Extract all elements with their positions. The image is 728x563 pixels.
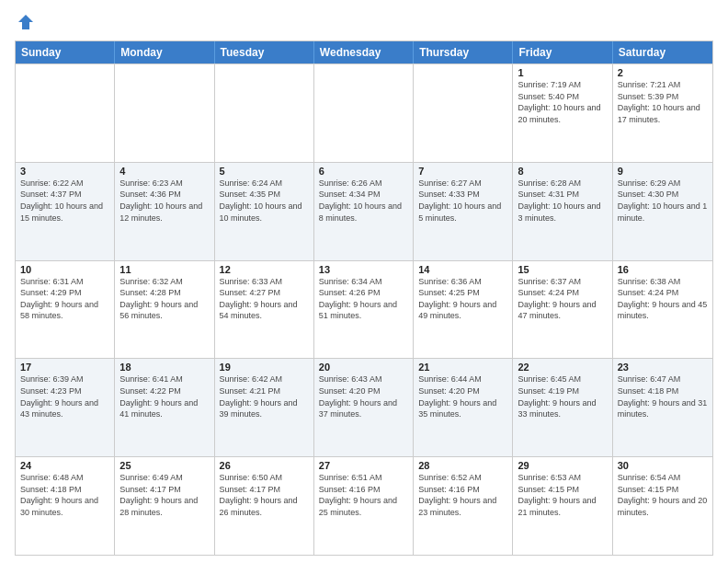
day-number: 17 [20, 362, 109, 373]
day-number: 7 [418, 166, 507, 177]
cell-info: Sunrise: 6:52 AM Sunset: 4:16 PM Dayligh… [418, 472, 507, 518]
cell-info: Sunrise: 6:26 AM Sunset: 4:34 PM Dayligh… [319, 178, 408, 224]
calendar-row-3: 17Sunrise: 6:39 AM Sunset: 4:23 PM Dayli… [16, 358, 712, 456]
calendar-cell: 13Sunrise: 6:34 AM Sunset: 4:26 PM Dayli… [314, 261, 414, 359]
cell-info: Sunrise: 6:34 AM Sunset: 4:26 PM Dayligh… [319, 276, 408, 322]
calendar-row-2: 10Sunrise: 6:31 AM Sunset: 4:29 PM Dayli… [16, 260, 712, 359]
day-number: 5 [220, 166, 309, 177]
calendar-header: SundayMondayTuesdayWednesdayThursdayFrid… [16, 41, 712, 63]
calendar-cell: 18Sunrise: 6:41 AM Sunset: 4:22 PM Dayli… [115, 359, 214, 456]
day-number: 14 [418, 264, 507, 275]
day-number: 24 [20, 460, 109, 471]
calendar-cell: 10Sunrise: 6:31 AM Sunset: 4:29 PM Dayli… [16, 261, 115, 359]
calendar-cell: 27Sunrise: 6:51 AM Sunset: 4:16 PM Dayli… [314, 457, 414, 555]
calendar-cell: 15Sunrise: 6:37 AM Sunset: 4:24 PM Dayli… [513, 261, 612, 359]
day-number: 10 [20, 264, 109, 275]
cell-info: Sunrise: 6:43 AM Sunset: 4:20 PM Dayligh… [319, 373, 408, 419]
calendar-body: 1Sunrise: 7:19 AM Sunset: 5:40 PM Daylig… [16, 63, 712, 555]
cell-info: Sunrise: 6:36 AM Sunset: 4:25 PM Dayligh… [418, 276, 507, 322]
cell-info: Sunrise: 7:19 AM Sunset: 5:40 PM Dayligh… [518, 79, 607, 125]
calendar-cell: 11Sunrise: 6:32 AM Sunset: 4:28 PM Dayli… [115, 261, 214, 359]
calendar: SundayMondayTuesdayWednesdayThursdayFrid… [15, 40, 713, 556]
cell-info: Sunrise: 6:50 AM Sunset: 4:17 PM Dayligh… [220, 472, 309, 518]
cell-info: Sunrise: 6:41 AM Sunset: 4:22 PM Dayligh… [119, 373, 209, 419]
header-cell-sunday: Sunday [16, 41, 115, 63]
day-number: 18 [119, 362, 209, 373]
cell-info: Sunrise: 6:37 AM Sunset: 4:24 PM Dayligh… [518, 276, 607, 322]
day-number: 26 [220, 460, 309, 471]
cell-info: Sunrise: 6:24 AM Sunset: 4:35 PM Dayligh… [220, 178, 309, 224]
cell-info: Sunrise: 6:31 AM Sunset: 4:29 PM Dayligh… [20, 276, 109, 322]
calendar-cell: 23Sunrise: 6:47 AM Sunset: 4:18 PM Dayli… [613, 359, 712, 456]
cell-info: Sunrise: 6:42 AM Sunset: 4:21 PM Dayligh… [220, 373, 309, 419]
cell-info: Sunrise: 6:54 AM Sunset: 4:15 PM Dayligh… [618, 472, 708, 518]
calendar-cell: 3Sunrise: 6:22 AM Sunset: 4:37 PM Daylig… [16, 163, 115, 260]
calendar-row-4: 24Sunrise: 6:48 AM Sunset: 4:18 PM Dayli… [16, 456, 712, 555]
cell-info: Sunrise: 6:51 AM Sunset: 4:16 PM Dayligh… [319, 472, 408, 518]
cell-info: Sunrise: 6:49 AM Sunset: 4:17 PM Dayligh… [119, 472, 209, 518]
cell-info: Sunrise: 6:28 AM Sunset: 4:31 PM Dayligh… [518, 178, 607, 224]
cell-info: Sunrise: 6:22 AM Sunset: 4:37 PM Dayligh… [20, 178, 109, 224]
day-number: 28 [418, 460, 507, 471]
day-number: 13 [319, 264, 408, 275]
calendar-cell [16, 64, 115, 162]
day-number: 11 [119, 264, 209, 275]
calendar-cell: 29Sunrise: 6:53 AM Sunset: 4:15 PM Dayli… [513, 457, 612, 555]
calendar-cell: 26Sunrise: 6:50 AM Sunset: 4:17 PM Dayli… [215, 457, 314, 555]
day-number: 12 [220, 264, 309, 275]
calendar-cell: 17Sunrise: 6:39 AM Sunset: 4:23 PM Dayli… [16, 359, 115, 456]
cell-info: Sunrise: 6:32 AM Sunset: 4:28 PM Dayligh… [119, 276, 209, 322]
day-number: 22 [518, 362, 607, 373]
day-number: 8 [518, 166, 607, 177]
day-number: 23 [618, 362, 708, 373]
day-number: 1 [518, 67, 607, 78]
header-cell-friday: Friday [513, 41, 612, 63]
day-number: 9 [618, 166, 708, 177]
calendar-row-0: 1Sunrise: 7:19 AM Sunset: 5:40 PM Daylig… [16, 63, 712, 162]
calendar-cell: 1Sunrise: 7:19 AM Sunset: 5:40 PM Daylig… [513, 64, 612, 162]
calendar-cell: 7Sunrise: 6:27 AM Sunset: 4:33 PM Daylig… [414, 163, 513, 260]
cell-info: Sunrise: 6:29 AM Sunset: 4:30 PM Dayligh… [618, 178, 708, 224]
logo-icon [17, 13, 35, 31]
cell-info: Sunrise: 7:21 AM Sunset: 5:39 PM Dayligh… [618, 79, 708, 125]
cell-info: Sunrise: 6:27 AM Sunset: 4:33 PM Dayligh… [418, 178, 507, 224]
cell-info: Sunrise: 6:48 AM Sunset: 4:18 PM Dayligh… [20, 472, 109, 518]
day-number: 21 [418, 362, 507, 373]
logo [15, 15, 35, 33]
calendar-cell: 20Sunrise: 6:43 AM Sunset: 4:20 PM Dayli… [314, 359, 414, 456]
calendar-row-1: 3Sunrise: 6:22 AM Sunset: 4:37 PM Daylig… [16, 162, 712, 260]
calendar-cell: 24Sunrise: 6:48 AM Sunset: 4:18 PM Dayli… [16, 457, 115, 555]
header [15, 11, 713, 33]
day-number: 25 [119, 460, 209, 471]
calendar-cell [414, 64, 513, 162]
calendar-cell: 14Sunrise: 6:36 AM Sunset: 4:25 PM Dayli… [414, 261, 513, 359]
header-cell-saturday: Saturday [613, 41, 712, 63]
svg-marker-0 [18, 15, 33, 29]
calendar-cell: 22Sunrise: 6:45 AM Sunset: 4:19 PM Dayli… [513, 359, 612, 456]
day-number: 16 [618, 264, 708, 275]
day-number: 4 [119, 166, 209, 177]
header-cell-thursday: Thursday [414, 41, 513, 63]
calendar-cell [215, 64, 314, 162]
day-number: 20 [319, 362, 408, 373]
calendar-cell: 9Sunrise: 6:29 AM Sunset: 4:30 PM Daylig… [613, 163, 712, 260]
calendar-cell: 28Sunrise: 6:52 AM Sunset: 4:16 PM Dayli… [414, 457, 513, 555]
cell-info: Sunrise: 6:53 AM Sunset: 4:15 PM Dayligh… [518, 472, 607, 518]
calendar-cell: 25Sunrise: 6:49 AM Sunset: 4:17 PM Dayli… [115, 457, 214, 555]
header-cell-monday: Monday [115, 41, 214, 63]
calendar-cell: 30Sunrise: 6:54 AM Sunset: 4:15 PM Dayli… [613, 457, 712, 555]
day-number: 3 [20, 166, 109, 177]
calendar-cell: 8Sunrise: 6:28 AM Sunset: 4:31 PM Daylig… [513, 163, 612, 260]
cell-info: Sunrise: 6:45 AM Sunset: 4:19 PM Dayligh… [518, 373, 607, 419]
calendar-cell: 2Sunrise: 7:21 AM Sunset: 5:39 PM Daylig… [613, 64, 712, 162]
cell-info: Sunrise: 6:39 AM Sunset: 4:23 PM Dayligh… [20, 373, 109, 419]
day-number: 19 [220, 362, 309, 373]
cell-info: Sunrise: 6:33 AM Sunset: 4:27 PM Dayligh… [220, 276, 309, 322]
calendar-cell [115, 64, 214, 162]
calendar-cell: 5Sunrise: 6:24 AM Sunset: 4:35 PM Daylig… [215, 163, 314, 260]
page: SundayMondayTuesdayWednesdayThursdayFrid… [0, 0, 728, 563]
calendar-cell: 6Sunrise: 6:26 AM Sunset: 4:34 PM Daylig… [314, 163, 414, 260]
calendar-cell: 4Sunrise: 6:23 AM Sunset: 4:36 PM Daylig… [115, 163, 214, 260]
cell-info: Sunrise: 6:44 AM Sunset: 4:20 PM Dayligh… [418, 373, 507, 419]
cell-info: Sunrise: 6:47 AM Sunset: 4:18 PM Dayligh… [618, 373, 708, 419]
